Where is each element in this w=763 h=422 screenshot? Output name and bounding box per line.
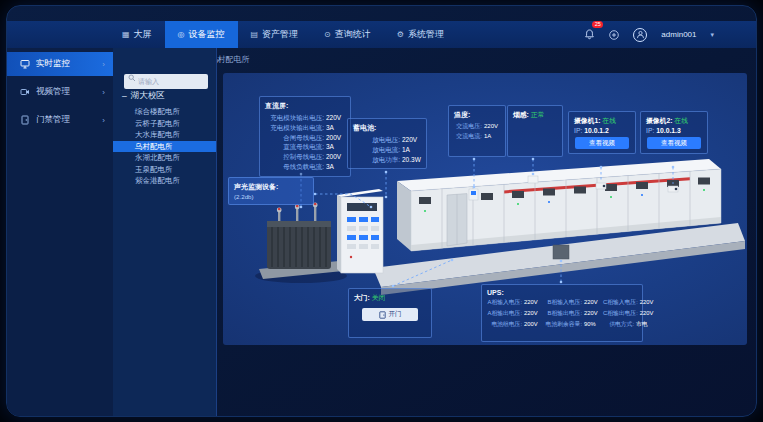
door-status: 关闭: [372, 294, 386, 301]
search-icon: [128, 74, 136, 82]
scene-cabinet-side: [397, 181, 411, 251]
field-value: 220V: [524, 298, 539, 308]
tree-item[interactable]: 大水库配电所: [113, 129, 216, 141]
collapse-icon: –: [122, 91, 127, 101]
view-video-button[interactable]: 查看视频: [647, 137, 701, 149]
panel-title: 温度:: [454, 110, 500, 120]
app-window: ▦ 大屏 ◎ 设备监控 ▤ 资产管理 ⊙ 查询统计 ⚙ 系统管理: [6, 5, 757, 417]
screenshot-stage: ▦ 大屏 ◎ 设备监控 ▤ 资产管理 ⊙ 查询统计 ⚙ 系统管理: [0, 0, 763, 422]
ip-label: IP:: [646, 127, 654, 134]
door-icon: [379, 311, 386, 319]
field-value: 1A: [484, 132, 500, 142]
field-value: 200V: [326, 152, 345, 162]
field-label: 交流电压:: [454, 122, 482, 132]
field-label: 放电电压:: [353, 135, 400, 145]
nav-label: 大屏: [134, 28, 152, 41]
ip-value: 10.0.1.3: [656, 127, 681, 134]
tree-item[interactable]: 紫金港配电所: [113, 175, 216, 187]
sidebar-item-video-manage[interactable]: 视频管理 ›: [7, 80, 113, 104]
panel-title: UPS:: [487, 289, 637, 296]
field-value: 1A: [402, 145, 421, 155]
stats-icon: ⊙: [324, 30, 331, 39]
ip-label: IP:: [574, 127, 582, 134]
chevron-right-icon: ›: [102, 88, 105, 97]
field-value: 3A: [326, 162, 345, 172]
fullscreen-icon[interactable]: [609, 26, 619, 44]
field-value: 3A: [326, 142, 345, 152]
nav-item-device-monitor[interactable]: ◎ 设备监控: [165, 21, 238, 48]
field-value: 市电: [636, 320, 651, 330]
nav-label: 查询统计: [335, 28, 371, 41]
field-value: 90%: [584, 320, 599, 330]
field-label: 控制母线电压:: [265, 152, 324, 162]
scene-ups-box: [553, 245, 569, 259]
sound-value: (2.2db): [234, 193, 308, 200]
field-label: 充电模块输出电流:: [265, 123, 324, 133]
battery-panel: 蓄电池: 放电电压:220V 放电电流:1A 放电功率:20.3W: [347, 118, 427, 169]
camera-status: 在线: [602, 117, 616, 124]
field-value: 220V: [640, 298, 655, 308]
search-input[interactable]: [124, 74, 208, 89]
nav-item-assets[interactable]: ▤ 资产管理: [238, 21, 312, 48]
tree-item[interactable]: 玉泉配电所: [113, 164, 216, 176]
camera-label: 摄像机1:: [574, 117, 600, 124]
chevron-right-icon: ›: [102, 60, 105, 69]
tree-list: 综合楼配电所 云桥子配电所 大水库配电所 乌村配电所 永湖北配电所 玉泉配电所 …: [113, 106, 216, 187]
ups-grid: A相输入电压:220V B相输入电压:220V C相输入电压:220V A相输出…: [487, 298, 637, 329]
camera-label: 摄像机2:: [646, 117, 672, 124]
nav-item-system[interactable]: ⚙ 系统管理: [384, 21, 457, 48]
open-door-button[interactable]: 开门: [362, 308, 418, 321]
realtime-monitor-icon: [20, 59, 30, 69]
sidebar-item-label: 门禁管理: [36, 114, 96, 126]
notification-badge: 25: [592, 21, 603, 28]
tree-item[interactable]: 永湖北配电所: [113, 152, 216, 164]
navbar-right: 25 admin001 ▾: [584, 21, 714, 48]
chevron-down-icon[interactable]: ▾: [710, 31, 714, 39]
field-value: 220V: [584, 298, 599, 308]
smoke-status: 正常: [531, 111, 545, 118]
field-value: 220V: [584, 309, 599, 319]
main-3d-viewport[interactable]: 直流屏: 充电模块输出电压:220V 充电模块输出电流:3A 合闸母线电压:20…: [223, 73, 747, 345]
camera2-panel: 摄像机2: 在线 IP: 10.0.1.3 查看视频: [640, 111, 708, 154]
tree-group-campus[interactable]: – 湖大校区: [122, 90, 165, 102]
field-label: 电池组电压:: [487, 320, 522, 330]
notification-bell-icon[interactable]: 25: [584, 26, 595, 44]
scene-transformer-bushings: [277, 203, 318, 221]
door-label: 大门:: [354, 294, 370, 301]
ip-value: 10.0.1.2: [584, 127, 609, 134]
tree-item-selected[interactable]: 乌村配电所: [113, 141, 216, 153]
camera-status: 在线: [674, 117, 688, 124]
username-label[interactable]: admin001: [661, 30, 696, 39]
door-panel: 大门: 关闭 开门: [348, 288, 432, 338]
field-label: 直流母线电流:: [265, 142, 324, 152]
panel-title: 蓄电池:: [353, 123, 421, 133]
nav-label: 设备监控: [189, 28, 225, 41]
scene-smoke-sensor: [528, 176, 538, 183]
field-value: 20.3W: [402, 155, 421, 165]
tree-item[interactable]: 综合楼配电所: [113, 106, 216, 118]
user-avatar[interactable]: [633, 28, 647, 42]
substation-tree-panel: – 湖大校区 综合楼配电所 云桥子配电所 大水库配电所 乌村配电所 永湖北配电所…: [113, 48, 217, 416]
asset-icon: ▤: [251, 30, 259, 39]
nav-item-dashboard[interactable]: ▦ 大屏: [109, 21, 165, 48]
field-label: A相输出电压:: [487, 309, 522, 319]
field-label: C相输入电压:: [603, 298, 638, 308]
chevron-right-icon: ›: [102, 116, 105, 125]
field-value: 200V: [326, 133, 345, 143]
field-label: 电池剩余容量:: [543, 320, 582, 330]
tree-item[interactable]: 云桥子配电所: [113, 118, 216, 130]
sidebar-item-access-manage[interactable]: 门禁管理 ›: [7, 108, 113, 132]
tree-group-label: 湖大校区: [131, 90, 165, 102]
field-label: 充电模块输出电压:: [265, 113, 324, 123]
nav-label: 系统管理: [408, 28, 444, 41]
open-door-label: 开门: [389, 310, 402, 319]
field-label: 合闸母线电压:: [265, 133, 324, 143]
field-value: 220V: [640, 309, 655, 319]
sidebar-item-label: 视频管理: [36, 86, 96, 98]
view-video-button[interactable]: 查看视频: [575, 137, 629, 149]
temperature-panel: 温度: 交流电压:220V 交流电流:1A: [448, 105, 506, 157]
nav-item-query-stats[interactable]: ⊙ 查询统计: [311, 21, 384, 48]
dc-screen-panel: 直流屏: 充电模块输出电压:220V 充电模块输出电流:3A 合闸母线电压:20…: [259, 96, 351, 177]
field-label: 放电功率:: [353, 155, 400, 165]
sidebar-item-realtime-monitor[interactable]: 实时监控 ›: [7, 52, 113, 76]
